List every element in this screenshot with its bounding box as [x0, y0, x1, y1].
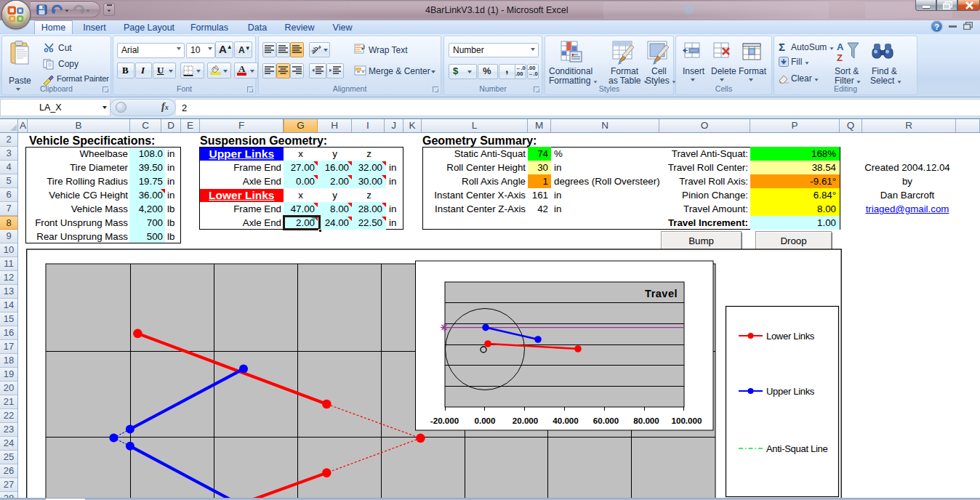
svg-text:80.000: 80.000 — [633, 416, 659, 425]
svg-text:60.000: 60.000 — [593, 416, 619, 425]
svg-text:A: A — [837, 41, 844, 52]
svg-text:Z: Z — [837, 52, 843, 63]
svg-text:Lower Links: Lower Links — [766, 331, 815, 342]
svg-text:20.000: 20.000 — [513, 416, 538, 425]
svg-text:100.000: 100.000 — [672, 416, 702, 425]
svg-text:0.000: 0.000 — [474, 416, 495, 425]
svg-text:ab: ab — [311, 45, 320, 55]
svg-text:-20.000: -20.000 — [430, 416, 459, 425]
svg-text:Upper Links: Upper Links — [766, 386, 815, 397]
svg-text:Anti-Squat Line: Anti-Squat Line — [766, 443, 827, 454]
svg-text:40.000: 40.000 — [553, 416, 578, 425]
svg-text:Travel: Travel — [645, 288, 678, 299]
